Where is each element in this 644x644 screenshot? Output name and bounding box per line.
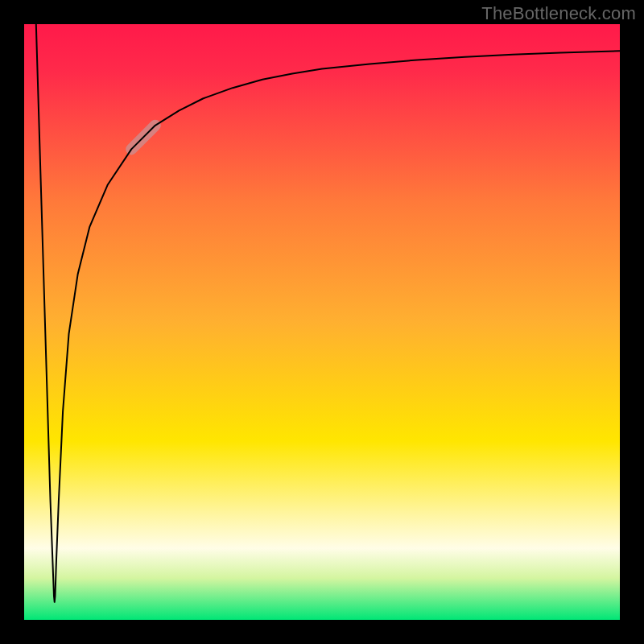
bottleneck-chart: [0, 0, 644, 644]
watermark-text: TheBottleneck.com: [481, 3, 636, 24]
chart-plot-background: [24, 24, 620, 620]
